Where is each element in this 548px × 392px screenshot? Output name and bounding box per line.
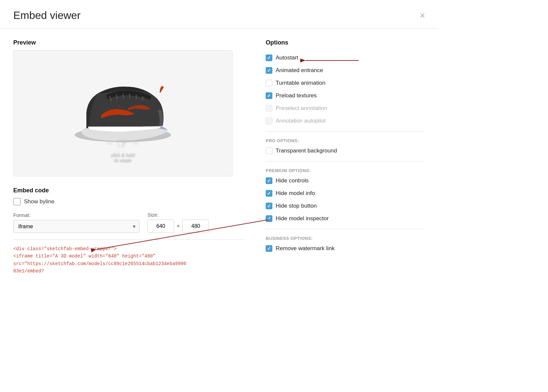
- annotation-autopilot-checkbox: [266, 118, 272, 124]
- hide-model-info-checkbox[interactable]: [266, 190, 272, 197]
- embed-code-section: Embed code Show byline Format: iframe ja…: [13, 187, 246, 275]
- turntable-animation-checkbox[interactable]: [266, 80, 272, 86]
- svg-point-11: [103, 109, 105, 111]
- pro-options: Transparent background: [266, 145, 425, 157]
- option-transparent-row: Transparent background: [266, 145, 425, 157]
- preselect-annotation-label: Preselect annotation: [276, 105, 327, 112]
- options-title: Options: [266, 39, 425, 46]
- arrow-left-icon: ←: [107, 139, 114, 147]
- hide-controls-label: Hide controls: [276, 177, 309, 184]
- size-inputs: 640 × 480: [147, 220, 209, 233]
- svg-point-12: [108, 108, 110, 109]
- format-label: Format:: [13, 212, 139, 218]
- close-button[interactable]: ×: [420, 11, 425, 20]
- code-display: <div class="sketchfab-embed-wrapper"> <i…: [13, 240, 246, 275]
- remove-watermark-label: Remove watermark link: [276, 245, 335, 252]
- animated-entrance-label: Animated entrance: [276, 67, 323, 74]
- hide-stop-button-checkbox[interactable]: [266, 203, 272, 209]
- svg-point-13: [113, 106, 115, 107]
- option-autopilot-row: Annotation autopilot: [266, 115, 425, 127]
- preview-area[interactable]: ← ☞ → click & holdto rotate: [13, 50, 232, 176]
- rotate-overlay: ← ☞ → click & holdto rotate: [107, 135, 139, 163]
- code-line-1: <div class="sketchfab-embed-wrapper">: [13, 246, 117, 251]
- svg-point-8: [106, 103, 107, 105]
- annotation-autopilot-label: Annotation autopilot: [276, 118, 325, 124]
- business-options-label: BUSINESS OPTIONS:: [266, 233, 425, 242]
- preview-section: Preview: [13, 39, 246, 176]
- embed-code-text[interactable]: <div class="sketchfab-embed-wrapper"> <i…: [13, 245, 246, 275]
- option-turntable-row: Turntable animation: [266, 77, 425, 89]
- divider-2: [266, 161, 425, 161]
- dialog-header: Embed viewer ×: [0, 0, 438, 29]
- dialog-body: Preview: [0, 29, 438, 286]
- hide-model-info-label: Hide model info: [276, 190, 315, 197]
- option-preload-row: Preload textures: [266, 89, 425, 102]
- arrow-right-icon: →: [132, 139, 139, 147]
- format-group: Format: iframe javascript wordpress: [13, 212, 139, 233]
- option-hide-model-inspector-row: Hide model inspector: [266, 212, 425, 225]
- width-input[interactable]: 640: [147, 220, 174, 233]
- option-hide-model-info-row: Hide model info: [266, 187, 425, 200]
- code-line-2: <iframe title="A 3D model" width="640" h…: [13, 253, 155, 259]
- format-select-wrapper: iframe javascript wordpress: [13, 220, 139, 233]
- divider-3: [266, 229, 425, 229]
- preload-textures-label: Preload textures: [276, 92, 317, 99]
- divider-1: [266, 131, 425, 132]
- option-autostart-row: Autostart: [266, 51, 425, 64]
- size-label: Size:: [147, 212, 209, 218]
- preselect-annotation-checkbox: [266, 105, 272, 112]
- pro-options-label: PRO OPTIONS:: [266, 136, 425, 145]
- cursor-icon: ☞: [117, 135, 129, 151]
- rotate-icon-row: ← ☞ →: [107, 135, 139, 151]
- svg-line-4: [130, 94, 130, 98]
- transparent-background-checkbox[interactable]: [266, 147, 272, 154]
- left-panel: Preview: [13, 39, 246, 275]
- format-select[interactable]: iframe javascript wordpress: [13, 220, 139, 233]
- svg-point-14: [118, 105, 120, 107]
- svg-point-7: [101, 106, 102, 107]
- business-options: Remove watermark link: [266, 242, 425, 255]
- svg-point-9: [111, 102, 112, 103]
- svg-point-10: [116, 101, 117, 103]
- show-byline-label: Show byline: [24, 198, 54, 205]
- premium-options: Hide controls Hide model info Hide stop …: [266, 174, 425, 225]
- autostart-checkbox[interactable]: [266, 54, 272, 61]
- option-hide-stop-button-row: Hide stop button: [266, 200, 425, 212]
- size-separator: ×: [177, 223, 180, 229]
- main-options: Autostart Animated entrance Turntable an…: [266, 51, 425, 127]
- code-line-4: 83e1/embed?: [13, 268, 44, 274]
- remove-watermark-checkbox[interactable]: [266, 245, 272, 252]
- option-preselect-row: Preselect annotation: [266, 102, 425, 115]
- hide-stop-button-label: Hide stop button: [276, 203, 317, 209]
- transparent-background-label: Transparent background: [276, 147, 337, 154]
- preload-textures-checkbox[interactable]: [266, 92, 272, 99]
- hide-model-inspector-checkbox[interactable]: [266, 215, 272, 222]
- hide-controls-checkbox[interactable]: [266, 177, 272, 184]
- autostart-label: Autostart: [276, 54, 298, 61]
- option-animated-entrance-row: Animated entrance: [266, 64, 425, 77]
- embed-code-label: Embed code: [13, 187, 246, 194]
- show-byline-row: Show byline: [13, 198, 246, 205]
- dialog-title: Embed viewer: [13, 9, 81, 22]
- format-size-row: Format: iframe javascript wordpress Size…: [13, 212, 246, 233]
- rotate-hint-text: click & holdto rotate: [111, 152, 135, 163]
- height-input[interactable]: 480: [182, 220, 209, 233]
- hide-model-inspector-label: Hide model inspector: [276, 215, 329, 222]
- right-panel: Options Autostart Animated entrance Turn…: [266, 39, 425, 275]
- preview-label: Preview: [13, 39, 246, 46]
- size-group: Size: 640 × 480: [147, 212, 209, 233]
- show-byline-checkbox[interactable]: [13, 198, 21, 205]
- svg-line-6: [142, 96, 143, 100]
- turntable-animation-label: Turntable animation: [276, 80, 325, 86]
- option-hide-controls-row: Hide controls: [266, 174, 425, 187]
- animated-entrance-checkbox[interactable]: [266, 67, 272, 74]
- option-remove-watermark-row: Remove watermark link: [266, 242, 425, 255]
- embed-viewer-dialog: Embed viewer × Preview: [0, 0, 438, 319]
- code-line-3: src="https://sketchfab.com/models/cc89c1…: [13, 261, 186, 266]
- premium-options-label: PREMIUM OPTIONS:: [266, 165, 425, 174]
